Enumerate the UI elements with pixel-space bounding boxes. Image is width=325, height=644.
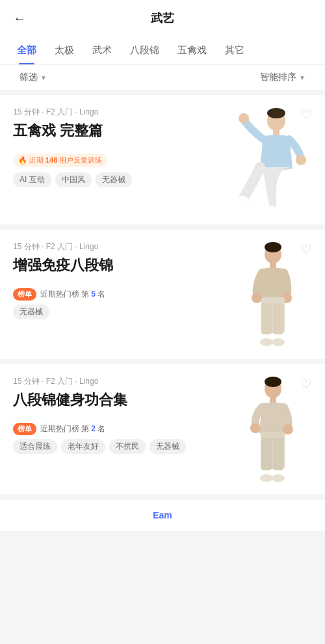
card-2-rank-num: 5 <box>91 289 96 299</box>
card-1-image: ♡ <box>221 107 312 214</box>
card-3-rank-text: 近期热门榜 第 2 名 <box>40 423 105 435</box>
card-1-title: 五禽戏 完整篇 <box>13 122 214 141</box>
svg-point-16 <box>272 338 285 346</box>
tag-quiet: 不扰民 <box>109 439 146 454</box>
tag-noequip2: 无器械 <box>13 304 49 319</box>
bottom-label: Eam <box>153 510 172 520</box>
card-2-title: 增强免疫八段锦 <box>13 256 214 275</box>
card-3-figure <box>224 376 309 483</box>
tag-noequip3: 无器械 <box>150 439 186 454</box>
tab-other[interactable]: 其它 <box>216 36 254 64</box>
filter-button[interactable]: 筛选 ▼ <box>20 72 47 83</box>
card-1[interactable]: 15 分钟 · F2 入门 · Lingo 五禽戏 完整篇 🔥 近期 148 用… <box>0 95 325 224</box>
tag-morning: 适合晨练 <box>13 439 57 454</box>
card-1-hot-tag: 🔥 近期 148 用户反复训练 <box>13 154 107 167</box>
card-1-meta: 15 分钟 · F2 入门 · Lingo <box>13 107 214 118</box>
card-3-image: ♡ <box>221 376 312 483</box>
sort-arrow-icon: ▼ <box>299 74 306 81</box>
svg-point-6 <box>265 206 278 213</box>
filter-label: 筛选 <box>20 72 38 83</box>
page-title: 武艺 <box>151 10 174 26</box>
card-2-list-tag: 榜单 <box>13 288 36 301</box>
svg-point-25 <box>260 474 273 482</box>
svg-point-21 <box>283 424 293 435</box>
tag-noequip1: 无器械 <box>96 172 132 187</box>
tag-elderly: 老年友好 <box>61 439 105 454</box>
tag-chinese: 中国风 <box>55 172 92 187</box>
tab-all[interactable]: 全部 <box>8 36 46 64</box>
svg-point-26 <box>272 474 285 482</box>
svg-point-3 <box>239 113 249 124</box>
header: ← 武艺 <box>0 0 325 36</box>
svg-point-1 <box>267 108 285 118</box>
svg-rect-14 <box>273 303 283 334</box>
svg-rect-23 <box>261 438 272 470</box>
tab-baduan[interactable]: 八段锦 <box>121 36 168 64</box>
card-2-content: 15 分钟 · F2 入门 · Lingo 增强免疫八段锦 榜单 近期热门榜 第… <box>13 241 221 319</box>
card-2-figure <box>224 241 309 349</box>
svg-point-15 <box>260 338 273 346</box>
card-2-rank-row: 榜单 近期热门榜 第 5 名 <box>13 288 214 301</box>
svg-point-10 <box>252 293 262 303</box>
card-3-rank-num: 2 <box>91 424 96 433</box>
card-2-rank-text: 近期热门榜 第 5 名 <box>40 289 105 300</box>
tab-wushu[interactable]: 武术 <box>83 36 121 64</box>
card-1-normal-tags: AI 互动 中国风 无器械 <box>13 172 214 187</box>
card-1-hot-count: 148 <box>46 156 57 164</box>
sort-button[interactable]: 智能排序 ▼ <box>260 72 306 83</box>
card-2-image: ♡ <box>221 241 312 349</box>
card-3[interactable]: 15 分钟 · F2 入门 · Lingo 八段锦健身功合集 榜单 近期热门榜 … <box>0 364 325 494</box>
tab-taiji[interactable]: 太极 <box>46 36 83 64</box>
card-1-figure <box>224 107 309 214</box>
card-3-heart-icon[interactable]: ♡ <box>300 376 312 392</box>
card-3-meta: 15 分钟 · F2 入门 · Lingo <box>13 376 214 387</box>
card-3-content: 15 分钟 · F2 入门 · Lingo 八段锦健身功合集 榜单 近期热门榜 … <box>13 376 221 454</box>
card-2-meta: 15 分钟 · F2 入门 · Lingo <box>13 241 214 252</box>
svg-point-5 <box>235 196 248 204</box>
filter-arrow-icon: ▼ <box>40 74 47 81</box>
card-1-content: 15 分钟 · F2 入门 · Lingo 五禽戏 完整篇 🔥 近期 148 用… <box>13 107 221 187</box>
tab-bar: 全部 太极 武术 八段锦 五禽戏 其它 <box>0 36 325 65</box>
card-2-heart-icon[interactable]: ♡ <box>300 241 312 257</box>
tag-ai: AI 互动 <box>13 172 51 187</box>
svg-point-4 <box>296 155 306 165</box>
svg-rect-24 <box>273 438 283 470</box>
card-3-list-tag: 榜单 <box>13 423 36 435</box>
svg-point-8 <box>265 242 281 252</box>
card-3-rank-row: 榜单 近期热门榜 第 2 名 <box>13 423 214 435</box>
svg-rect-13 <box>261 303 272 334</box>
bottom-bar: Eam <box>0 499 325 531</box>
filter-bar: 筛选 ▼ 智能排序 ▼ <box>0 65 325 90</box>
svg-point-18 <box>265 377 281 387</box>
card-3-normal-tags: 适合晨练 老年友好 不扰民 无器械 <box>13 439 214 454</box>
svg-point-20 <box>250 423 261 433</box>
card-1-tags: 🔥 近期 148 用户反复训练 <box>13 154 214 167</box>
card-2-normal-tags: 无器械 <box>13 304 214 319</box>
sort-label: 智能排序 <box>260 72 296 83</box>
tab-wuqin[interactable]: 五禽戏 <box>168 36 216 64</box>
card-3-title: 八段锦健身功合集 <box>13 391 214 410</box>
card-2[interactable]: 15 分钟 · F2 入门 · Lingo 增强免疫八段锦 榜单 近期热门榜 第… <box>0 230 325 359</box>
fire-icon: 🔥 <box>18 156 27 165</box>
card-1-heart-icon[interactable]: ♡ <box>300 107 312 122</box>
back-button[interactable]: ← <box>13 11 26 26</box>
